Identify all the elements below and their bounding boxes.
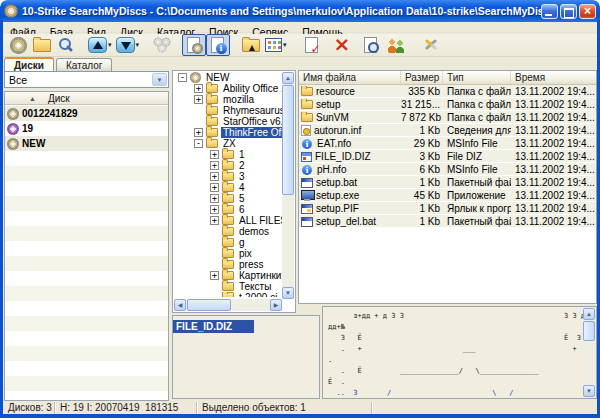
description-file-item[interactable]: FILE_ID.DIZ [173, 320, 254, 333]
disk-row[interactable]: 19 [5, 121, 168, 136]
open-catalog-button[interactable]: ▾ [30, 34, 54, 56]
expand-box[interactable]: + [210, 216, 219, 225]
close-button[interactable] [579, 4, 596, 19]
setup[interactable]: setup 31 215... Папка с файлами 13.11.20… [299, 98, 596, 111]
setup_del.bat[interactable]: setup_del.bat 1 Kb Пакетный файл ... 13.… [299, 215, 596, 228]
setup.exe[interactable]: setup.exe 45 Kb Приложение 13.11.2002 19… [299, 189, 596, 202]
scroll-down-icon[interactable]: ▼ [282, 287, 294, 299]
dropdown-arrow-icon[interactable]: ▾ [108, 41, 112, 49]
tree-item[interactable]: g [175, 237, 282, 248]
FILE_ID.DIZ[interactable]: FILE_ID.DIZ 3 Kb File DIZ 13.11.2002 19:… [299, 150, 596, 163]
show-disc-panel-button[interactable]: ▾ [182, 34, 206, 56]
expand-box[interactable]: - [178, 73, 187, 82]
tree-item[interactable]: + 5 [175, 193, 282, 204]
tree-vertical-scrollbar[interactable]: ▲ ▼ [282, 72, 294, 299]
tree-item[interactable]: + Ability Office 2002 v3.0 [175, 83, 282, 94]
tree-item[interactable]: + 6 [175, 204, 282, 215]
expand-box[interactable]: + [194, 128, 203, 137]
scroll-right-icon[interactable]: ▶ [270, 299, 282, 311]
tree-horizontal-scrollbar[interactable]: ◀ ▶ [174, 299, 282, 311]
preview-scrollbar-thumb[interactable] [583, 321, 595, 341]
tree-item[interactable]: + 3 [175, 171, 282, 182]
file-column-header[interactable]: Время [511, 71, 596, 84]
title-bar[interactable]: 10-Strike SearchMyDiscs - C:\Documents a… [0, 0, 600, 22]
preview-text-line: Ё . [328, 377, 583, 388]
expand-box[interactable]: + [210, 172, 219, 181]
folder-icon [206, 95, 218, 104]
scroll-down-icon[interactable]: ▼ [583, 385, 595, 397]
file-column-header[interactable]: Имя файла [299, 71, 401, 84]
file-time: 13.11.2002 19:4... [511, 164, 596, 175]
tree-scrollbar-thumb[interactable] [282, 85, 294, 195]
setup.bat[interactable]: setup.bat 1 Kb Пакетный файл ... 13.11.2… [299, 176, 596, 189]
scroll-left-icon[interactable]: ◀ [174, 299, 186, 311]
resource[interactable]: resource 335 Kb Папка с файлами 13.11.20… [299, 85, 596, 98]
expand-box[interactable]: + [210, 150, 219, 159]
setup.PIF[interactable]: setup.PIF 1 Kb Ярлык к програ... 13.11.2… [299, 202, 596, 215]
expand-box[interactable]: + [194, 95, 203, 104]
autorun.inf[interactable]: autorun.inf 1 Kb Сведения для ус... 13.1… [299, 124, 596, 137]
EAT.nfo[interactable]: EAT.nfo 29 Kb MSInfo File 13.11.2002 19:… [299, 137, 596, 150]
load-disc-button[interactable]: ▾ [114, 34, 142, 56]
tree-item[interactable]: StarOffice v6.0 [175, 116, 282, 127]
file-column-header[interactable]: Размер [401, 71, 443, 84]
expand-box[interactable]: - [194, 139, 203, 148]
tree-item[interactable]: - ZX [175, 138, 282, 149]
disk-row[interactable]: 0012241829 [5, 106, 168, 121]
minimize-button[interactable] [541, 4, 558, 19]
expand-box[interactable]: + [194, 84, 203, 93]
tree-item[interactable]: Тексты [175, 281, 282, 292]
tree-item[interactable]: + 4 [175, 182, 282, 193]
expand-box[interactable]: + [210, 271, 219, 280]
pH.nfo[interactable]: pH.nfo 6 Kb MSInfo File 13.11.2002 19:4.… [299, 163, 596, 176]
eject-disc-button[interactable]: ▾ [86, 34, 114, 56]
tree-item[interactable]: + ThinkFree Office v2.0 [175, 127, 282, 138]
tree-item[interactable]: + ALL FILES [175, 215, 282, 226]
disk-column-header[interactable]: ▲ Диск [5, 92, 168, 105]
scroll-up-icon[interactable]: ▲ [583, 308, 595, 320]
tree-item[interactable]: + Картинки [175, 270, 282, 281]
expand-box[interactable]: + [210, 205, 219, 214]
preview-search-button[interactable]: ▾ [360, 34, 384, 56]
sort-ascending-icon: ▲ [29, 95, 36, 102]
tree-item[interactable]: + 2 [175, 160, 282, 171]
file-column-header[interactable]: Тип [443, 71, 511, 84]
file-size: 45 Kb [401, 190, 443, 201]
tree-item[interactable]: + mozilla [175, 94, 282, 105]
verify-disc-button[interactable]: ▾ [300, 34, 324, 56]
file-size: 7 872 Kb [401, 112, 443, 123]
users-button[interactable]: ▾ [384, 34, 408, 56]
expand-box[interactable]: + [210, 161, 219, 170]
tab[interactable]: Диски [4, 57, 54, 71]
delete-button[interactable]: ▾ [330, 34, 354, 56]
expand-box[interactable]: + [210, 183, 219, 192]
tree-item[interactable]: t-2000 ci [175, 292, 282, 297]
tree-item[interactable]: Rhymesaurus v1.3 [175, 105, 282, 116]
folder-icon [222, 150, 234, 159]
settings-button[interactable]: ▾ [419, 34, 443, 56]
folder-up-button[interactable]: ▾ [239, 34, 263, 56]
tree-item[interactable]: pix [175, 248, 282, 259]
dropdown-arrow-icon[interactable]: ▾ [283, 41, 287, 49]
disc-collection-button[interactable]: ▾ [150, 34, 174, 56]
add-disc-button[interactable]: ▾ [6, 34, 30, 56]
preview-content: з+дд + д З З З З д +дд+№ З Ё Ё З . + ___… [324, 308, 583, 397]
expand-box[interactable]: + [210, 194, 219, 203]
tree-item[interactable]: - NEW [175, 72, 282, 83]
disk-row[interactable]: NEW [5, 136, 168, 151]
chevron-down-icon[interactable]: ▼ [152, 73, 167, 86]
view-mode-button[interactable]: ▾ [263, 34, 289, 56]
tree-item[interactable]: press [175, 259, 282, 270]
search-button[interactable]: ▾ [54, 34, 78, 56]
tree-hscrollbar-thumb[interactable] [187, 299, 231, 311]
tab[interactable]: Каталог [56, 58, 112, 71]
dropdown-arrow-icon[interactable]: ▾ [136, 41, 140, 49]
scroll-up-icon[interactable]: ▲ [282, 72, 294, 84]
maximize-button[interactable] [560, 4, 577, 19]
tree-item[interactable]: + 1 [175, 149, 282, 160]
tree-item[interactable]: demos [175, 226, 282, 237]
SunVM[interactable]: SunVM 7 872 Kb Папка с файлами 13.11.200… [299, 111, 596, 124]
disk-filter-combobox[interactable]: Все ▼ [4, 71, 169, 88]
preview-vertical-scrollbar[interactable]: ▲ ▼ [583, 308, 595, 397]
show-info-panel-button[interactable]: ▾ [206, 34, 230, 56]
